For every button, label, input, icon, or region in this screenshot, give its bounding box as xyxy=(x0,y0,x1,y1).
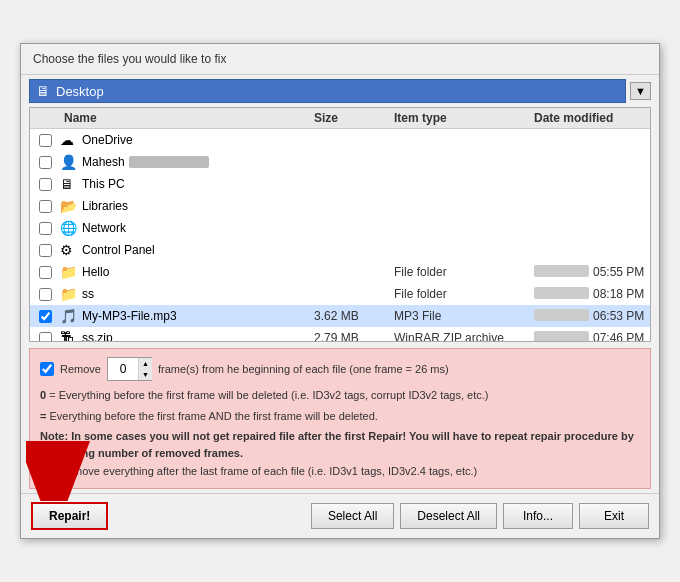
row-checkbox[interactable] xyxy=(39,244,52,257)
select-all-button[interactable]: Select All xyxy=(311,503,394,529)
file-name: Mahesh xyxy=(82,155,125,169)
file-icon: ⚙ xyxy=(60,242,78,258)
row-type: WinRAR ZIP archive xyxy=(390,331,530,342)
row-name-cell: 🗜ss.zip xyxy=(60,330,310,342)
row-date: XXXXXXX05:55 PM xyxy=(530,265,650,279)
file-name: Control Panel xyxy=(82,243,155,257)
repair-button[interactable]: Repair! xyxy=(31,502,108,530)
row-checkbox-cell xyxy=(30,134,60,147)
row-type: File folder xyxy=(390,287,530,301)
bottom-panel: Remove ▲ ▼ frame(s) from he beginning of… xyxy=(29,348,651,489)
location-dropdown[interactable]: ▼ xyxy=(630,82,651,100)
row-checkbox[interactable] xyxy=(39,288,52,301)
remove-row: Remove ▲ ▼ frame(s) from he beginning of… xyxy=(40,357,640,381)
spinner-up[interactable]: ▲ xyxy=(139,358,152,369)
table-row[interactable]: 📁ssFile folderXXXXXXX08:18 PM xyxy=(30,283,650,305)
file-icon: 🗜 xyxy=(60,330,78,342)
spinner-buttons: ▲ ▼ xyxy=(138,358,152,380)
file-list-area: Name Size Item type Date modified ☁OneDr… xyxy=(29,107,651,342)
row-checkbox-cell xyxy=(30,244,60,257)
exit-button[interactable]: Exit xyxy=(579,503,649,529)
file-icon: 📁 xyxy=(60,286,78,302)
info-line2: = Everything before the first frame AND … xyxy=(40,408,640,425)
table-row[interactable]: ⚙Control Panel xyxy=(30,239,650,261)
row-checkbox[interactable] xyxy=(39,134,52,147)
frame-value-input[interactable] xyxy=(108,361,138,377)
row-checkbox-cell xyxy=(30,200,60,213)
table-row[interactable]: 📁HelloFile folderXXXXXXX05:55 PM xyxy=(30,261,650,283)
row-name-cell: 📁ss xyxy=(60,286,310,302)
row-checkbox[interactable] xyxy=(39,222,52,235)
row-name-cell: 🌐Network xyxy=(60,220,310,236)
red-arrow-svg xyxy=(26,441,106,501)
remove-label: Remove xyxy=(60,363,101,375)
row-checkbox-cell xyxy=(30,332,60,343)
warning-text: Note: In some cases you will not get rep… xyxy=(40,428,640,461)
row-checkbox[interactable] xyxy=(39,200,52,213)
location-input[interactable]: 🖥 Desktop xyxy=(29,79,626,103)
row-name-cell: ⚙Control Panel xyxy=(60,242,310,258)
row-checkbox-cell xyxy=(30,178,60,191)
file-list-header: Name Size Item type Date modified xyxy=(30,108,650,129)
col-header-size: Size xyxy=(310,111,390,125)
file-name: Libraries xyxy=(82,199,128,213)
row-name-cell: ☁OneDrive xyxy=(60,132,310,148)
row-date: XXXXXXX08:18 PM xyxy=(530,287,650,301)
table-row[interactable]: 📂Libraries xyxy=(30,195,650,217)
file-icon: 🎵 xyxy=(60,308,78,324)
frame-suffix-text: frame(s) from he beginning of each file … xyxy=(158,363,449,375)
main-dialog: Choose the files you would like to fix 🖥… xyxy=(20,43,660,539)
row-name-cell: 👤Mahesh XXXXXXXX xyxy=(60,154,310,170)
row-type: File folder xyxy=(390,265,530,279)
file-icon: 🖥 xyxy=(60,176,78,192)
table-row[interactable]: 👤Mahesh XXXXXXXX xyxy=(30,151,650,173)
row-checkbox[interactable] xyxy=(39,156,52,169)
row-checkbox[interactable] xyxy=(39,266,52,279)
col-header-type: Item type xyxy=(390,111,530,125)
row-checkbox-cell xyxy=(30,266,60,279)
file-name: My-MP3-File.mp3 xyxy=(82,309,177,323)
file-name: OneDrive xyxy=(82,133,133,147)
file-name: ss.zip xyxy=(82,331,113,342)
row-checkbox-cell xyxy=(30,310,60,323)
file-name: ss xyxy=(82,287,94,301)
file-name: Network xyxy=(82,221,126,235)
info-button[interactable]: Info... xyxy=(503,503,573,529)
row-checkbox[interactable] xyxy=(39,332,52,343)
remove-checkbox[interactable] xyxy=(40,362,54,376)
file-icon: 📂 xyxy=(60,198,78,214)
table-row[interactable]: ☁OneDrive xyxy=(30,129,650,151)
row-checkbox-cell xyxy=(30,156,60,169)
location-bar: 🖥 Desktop ▼ xyxy=(21,75,659,107)
table-row[interactable]: 🖥This PC xyxy=(30,173,650,195)
spinner-down[interactable]: ▼ xyxy=(139,369,152,380)
row-checkbox[interactable] xyxy=(39,310,52,323)
info-line1: 0 = Everything before the first frame wi… xyxy=(40,387,640,404)
file-name: Hello xyxy=(82,265,109,279)
row-checkbox-cell xyxy=(30,288,60,301)
table-row[interactable]: 🌐Network xyxy=(30,217,650,239)
bottom-area: Repair! Select All Deselect All Info... … xyxy=(21,493,659,538)
remove-last-label: Remove everything after the last frame o… xyxy=(59,465,477,477)
row-size: 3.62 MB xyxy=(310,309,390,323)
table-row[interactable]: 🎵My-MP3-File.mp33.62 MBMP3 FileXXXXXXX06… xyxy=(30,305,650,327)
row-name-cell: 📂Libraries xyxy=(60,198,310,214)
file-name: This PC xyxy=(82,177,125,191)
file-icon: 🌐 xyxy=(60,220,78,236)
row-checkbox[interactable] xyxy=(39,178,52,191)
row-name-cell: 🎵My-MP3-File.mp3 xyxy=(60,308,310,324)
row-name-cell: 🖥This PC xyxy=(60,176,310,192)
row-date: XXXXXXX07:46 PM xyxy=(530,331,650,342)
deselect-all-button[interactable]: Deselect All xyxy=(400,503,497,529)
table-row[interactable]: 🗜ss.zip2.79 MBWinRAR ZIP archiveXXXXXXX0… xyxy=(30,327,650,342)
file-icon: 📁 xyxy=(60,264,78,280)
file-icon: ☁ xyxy=(60,132,78,148)
file-rows-container: ☁OneDrive👤Mahesh XXXXXXXX🖥This PC📂Librar… xyxy=(30,129,650,342)
remove-last-row: Remove everything after the last frame o… xyxy=(40,465,640,480)
file-icon: 👤 xyxy=(60,154,78,170)
folder-icon: 🖥 xyxy=(36,83,50,99)
row-type: MP3 File xyxy=(390,309,530,323)
col-header-name: Name xyxy=(60,111,310,125)
row-checkbox-cell xyxy=(30,222,60,235)
dialog-title: Choose the files you would like to fix xyxy=(21,44,659,75)
